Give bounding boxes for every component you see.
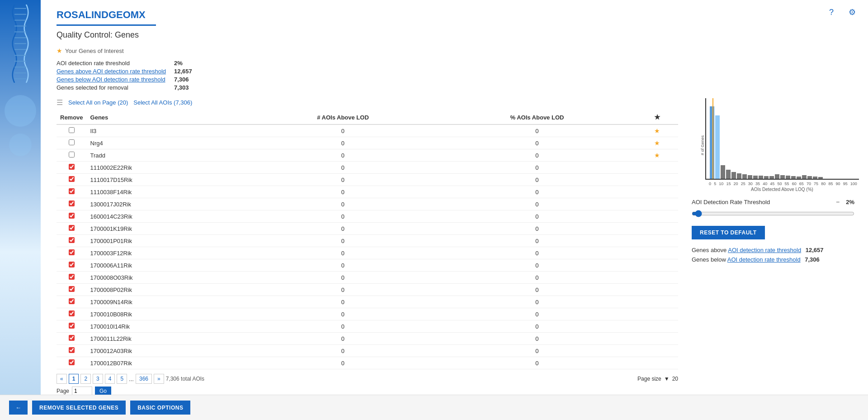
pct-above-cell: 0 bbox=[439, 210, 636, 223]
row-checkbox[interactable] bbox=[69, 335, 75, 341]
brand-bar: ROSALINDGEOMX bbox=[57, 9, 156, 26]
stat-value-1: 12,657 bbox=[174, 68, 192, 75]
select-page-link[interactable]: Select All on Page (20) bbox=[68, 99, 128, 106]
pct-above-cell: 0 bbox=[439, 345, 636, 357]
row-checkbox[interactable] bbox=[69, 139, 75, 145]
pct-above-cell: 0 bbox=[439, 137, 636, 149]
gene-name-cell: 1700008P02Rik bbox=[87, 284, 248, 296]
row-checkbox[interactable] bbox=[69, 152, 75, 158]
table-row: 1110002E22Rik00 bbox=[57, 162, 678, 174]
x-axis-title: AOIs Detected Above LOQ (%) bbox=[705, 187, 859, 192]
threshold-slider[interactable] bbox=[692, 210, 854, 217]
blob2 bbox=[9, 134, 32, 156]
table-row: 1700010I14Rik00 bbox=[57, 320, 678, 333]
basic-options-button[interactable]: BASIC OPTIONS bbox=[130, 401, 190, 415]
row-checkbox[interactable] bbox=[69, 213, 75, 219]
threshold-control: AOI Detection Rate Threshold − 2% bbox=[692, 197, 854, 219]
row-checkbox[interactable] bbox=[69, 359, 75, 365]
pct-above-cell: 0 bbox=[439, 235, 636, 247]
row-checkbox[interactable] bbox=[69, 249, 75, 255]
row-checkbox[interactable] bbox=[69, 274, 75, 280]
table-row: 1700011L22Rik00 bbox=[57, 333, 678, 345]
star-cell bbox=[636, 333, 678, 345]
pagination-area: « 1 2 3 4 5 ... 366 » 7,306 total AOIs P… bbox=[57, 374, 678, 384]
row-checkbox[interactable] bbox=[69, 298, 75, 304]
page-1-btn[interactable]: 1 bbox=[69, 374, 79, 384]
row-checkbox[interactable] bbox=[69, 200, 75, 206]
page-size-value[interactable]: 20 bbox=[672, 376, 678, 382]
gene-name-cell: 1700008O03Rik bbox=[87, 272, 248, 284]
histogram-bar bbox=[791, 176, 796, 179]
page-3-btn[interactable]: 3 bbox=[93, 374, 103, 384]
page-goto-input[interactable] bbox=[72, 387, 92, 396]
stat-value-0: 2% bbox=[174, 60, 183, 67]
page-last-btn[interactable]: 366 bbox=[136, 374, 152, 384]
page-4-btn[interactable]: 4 bbox=[105, 374, 115, 384]
aois-above-cell: 0 bbox=[247, 345, 438, 357]
star-cell bbox=[636, 223, 678, 235]
histogram-bar bbox=[726, 170, 731, 179]
reset-to-default-button[interactable]: RESET TO DEFAULT bbox=[692, 226, 765, 239]
table-row: 1110038F14Rik00 bbox=[57, 186, 678, 198]
gene-name-cell: 1700011L22Rik bbox=[87, 333, 248, 345]
threshold-minus-btn[interactable]: − bbox=[833, 197, 842, 206]
dna-graphic bbox=[2, 0, 38, 91]
go-button[interactable]: Go bbox=[95, 387, 111, 396]
checkbox-cell bbox=[57, 247, 87, 259]
select-all-link[interactable]: Select All AOIs (7,306) bbox=[133, 99, 192, 106]
table-row: 1700008O03Rik00 bbox=[57, 272, 678, 284]
star-cell bbox=[636, 186, 678, 198]
row-checkbox[interactable] bbox=[69, 164, 75, 170]
histogram-bar bbox=[742, 174, 747, 179]
star-cell bbox=[636, 308, 678, 320]
aois-above-cell: 0 bbox=[247, 259, 438, 272]
top-bar: ? ⚙ bbox=[816, 0, 868, 24]
page-goto: Page Go bbox=[57, 387, 678, 396]
row-checkbox[interactable] bbox=[69, 323, 75, 329]
checkbox-cell bbox=[57, 198, 87, 210]
checkbox-cell bbox=[57, 137, 87, 149]
pct-above-cell: 0 bbox=[439, 284, 636, 296]
threshold-value-controls: − 2% bbox=[833, 197, 854, 206]
aois-above-cell: 0 bbox=[247, 308, 438, 320]
help-icon[interactable]: ? bbox=[825, 5, 838, 19]
page-first-btn[interactable]: « bbox=[57, 374, 67, 384]
row-checkbox[interactable] bbox=[69, 225, 75, 231]
row-checkbox[interactable] bbox=[69, 127, 75, 133]
col-genes: Genes bbox=[87, 110, 248, 124]
star-cell bbox=[636, 210, 678, 223]
aois-above-cell: 0 bbox=[247, 247, 438, 259]
row-checkbox[interactable] bbox=[69, 188, 75, 194]
row-checkbox[interactable] bbox=[69, 176, 75, 182]
page-size-dropdown-icon[interactable]: ▼ bbox=[664, 376, 670, 382]
remove-selected-genes-button[interactable]: REMOVE SELECTED GENES bbox=[32, 401, 126, 415]
gene-name-cell: 1700006A11Rik bbox=[87, 259, 248, 272]
threshold-line bbox=[712, 98, 713, 179]
star-cell: ★ bbox=[636, 124, 678, 137]
pct-above-cell: 0 bbox=[439, 308, 636, 320]
row-checkbox[interactable] bbox=[69, 347, 75, 353]
back-button[interactable]: ← bbox=[9, 401, 28, 415]
col-aois-above: # AOIs Above LOD bbox=[247, 110, 438, 124]
page-2-btn[interactable]: 2 bbox=[80, 374, 91, 384]
stat-value-2: 7,306 bbox=[174, 76, 189, 83]
page-next-btn[interactable]: » bbox=[154, 374, 164, 384]
aois-above-cell: 0 bbox=[247, 272, 438, 284]
table-row: 1700003F12Rik00 bbox=[57, 247, 678, 259]
threshold-value-display: 2% bbox=[846, 199, 854, 205]
histogram-bar bbox=[775, 174, 779, 179]
gene-name-cell: 1110038F14Rik bbox=[87, 186, 248, 198]
row-checkbox[interactable] bbox=[69, 286, 75, 292]
filter-icon[interactable]: ☰ bbox=[57, 98, 63, 107]
checkbox-cell bbox=[57, 284, 87, 296]
checkbox-cell bbox=[57, 186, 87, 198]
row-checkbox[interactable] bbox=[69, 237, 75, 243]
table-row: 1110017D15Rik00 bbox=[57, 174, 678, 186]
settings-icon[interactable]: ⚙ bbox=[845, 5, 859, 19]
checkbox-cell bbox=[57, 345, 87, 357]
pct-above-cell: 0 bbox=[439, 333, 636, 345]
row-checkbox[interactable] bbox=[69, 310, 75, 316]
page-5-btn[interactable]: 5 bbox=[117, 374, 127, 384]
row-checkbox[interactable] bbox=[69, 262, 75, 267]
pct-above-cell: 0 bbox=[439, 198, 636, 210]
